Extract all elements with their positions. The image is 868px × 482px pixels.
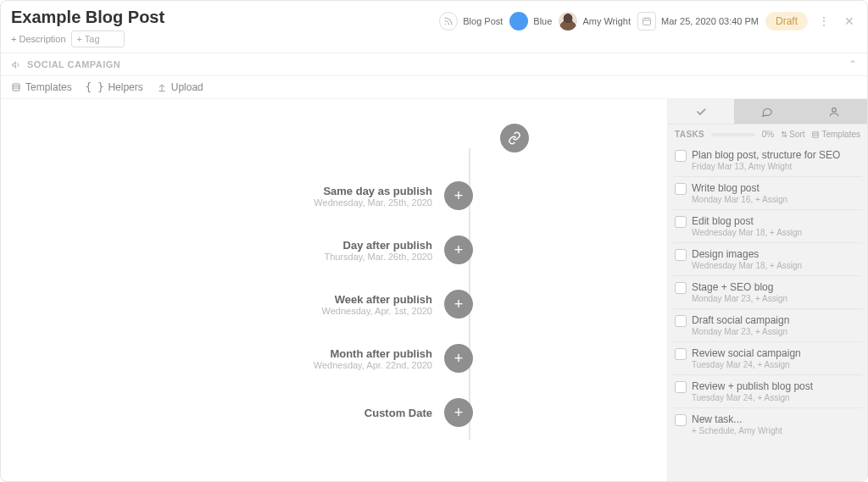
task-meta: Tuesday Mar 24, + Assign — [692, 360, 860, 369]
timeline-node-title: Day after publish — [139, 239, 432, 252]
editor-toolbar: Templates { } Helpers Upload — [1, 76, 867, 99]
avatar-icon — [559, 12, 577, 30]
add-description-link[interactable]: + Description — [11, 34, 66, 44]
task-name: Draft social campaign — [692, 314, 789, 326]
chevron-up-icon[interactable]: ⌃ — [849, 58, 857, 70]
svg-rect-2 — [13, 84, 19, 91]
task-item[interactable]: Plan blog post, structure for SEOFriday … — [673, 146, 862, 177]
task-name: Edit blog post — [692, 215, 754, 227]
page-title[interactable]: Example Blog Post — [11, 8, 164, 27]
templates-button[interactable]: Templates — [11, 81, 72, 93]
task-checkbox[interactable] — [675, 216, 687, 228]
datetime-pill[interactable]: Mar 25, 2020 03:40 PM — [637, 11, 759, 31]
task-checkbox[interactable] — [675, 282, 687, 294]
templates-button-side[interactable]: Templates — [811, 130, 860, 139]
timeline-node-title: Same day as publish — [139, 185, 432, 197]
task-item[interactable]: Draft social campaignMonday Mar 23, + As… — [673, 311, 862, 342]
svg-rect-4 — [813, 131, 819, 137]
task-name: Review social campaign — [692, 347, 801, 359]
timeline-node-date: Wednesday, Apr. 22nd, 2020 — [139, 360, 432, 370]
task-name: Review + publish blog post — [692, 380, 813, 392]
task-meta: Monday Mar 23, + Assign — [692, 327, 860, 336]
task-meta: Tuesday Mar 24, + Assign — [692, 393, 860, 402]
add-post-button[interactable]: + — [444, 344, 473, 373]
tab-tasks[interactable] — [668, 99, 734, 124]
svg-point-3 — [832, 108, 836, 112]
content-type-label: Blog Post — [463, 16, 503, 26]
task-panel: TASKS 0% ⇅ Sort Templates Plan blog post… — [668, 99, 867, 482]
color-pill[interactable]: Blue — [509, 11, 552, 31]
tasks-label: TASKS — [675, 130, 704, 139]
section-title: SOCIAL CAMPAIGN — [27, 59, 120, 69]
task-item[interactable]: Review social campaignTuesday Mar 24, + … — [673, 344, 862, 375]
timeline-node: Same day as publishWednesday, Mar. 25th,… — [139, 169, 529, 223]
task-item[interactable]: Write blog postMonday Mar 16, + Assign — [673, 179, 862, 210]
timeline-node-date: Wednesday, Apr. 1st, 2020 — [139, 306, 432, 316]
task-checkbox[interactable] — [675, 249, 687, 261]
timeline-node: Month after publishWednesday, Apr. 22nd,… — [139, 331, 529, 385]
timeline-node-title: Custom Date — [139, 407, 432, 419]
owner-name: Amy Wright — [582, 16, 631, 26]
tab-people[interactable] — [801, 99, 867, 124]
task-meta: Wednesday Mar 18, + Assign — [692, 228, 860, 237]
color-dot-icon — [509, 12, 528, 30]
page-header: Example Blog Post + Description + Tag Bl… — [1, 1, 867, 53]
timeline-node-title: Month after publish — [139, 347, 432, 360]
new-task-placeholder: New task... — [692, 413, 742, 425]
sort-icon: ⇅ — [781, 130, 787, 139]
task-checkbox[interactable] — [675, 348, 687, 360]
content-type-pill[interactable]: Blog Post — [439, 11, 503, 31]
upload-button[interactable]: Upload — [157, 81, 203, 93]
task-meta: Friday Mar 13, Amy Wright — [692, 162, 860, 171]
close-icon[interactable]: ✕ — [840, 12, 859, 30]
task-checkbox[interactable] — [675, 315, 687, 327]
tag-input[interactable]: + Tag — [71, 30, 125, 47]
datetime-label: Mar 25, 2020 03:40 PM — [661, 16, 759, 26]
timeline-node: Day after publishThursday, Mar. 26th, 20… — [139, 223, 529, 277]
timeline-node-label: Same day as publishWednesday, Mar. 25th,… — [139, 185, 444, 208]
calendar-icon — [637, 12, 656, 30]
add-post-button[interactable]: + — [444, 398, 473, 427]
timeline-node-date: Wednesday, Mar. 25th, 2020 — [139, 197, 432, 208]
new-task-row[interactable]: New task...+ Schedule, Amy Wright — [673, 410, 862, 440]
link-icon[interactable] — [500, 124, 529, 152]
task-checkbox[interactable] — [675, 381, 687, 393]
task-item[interactable]: Design imagesWednesday Mar 18, + Assign — [673, 245, 862, 276]
task-meta: Wednesday Mar 18, + Assign — [692, 261, 860, 270]
timeline-node-label: Day after publishThursday, Mar. 26th, 20… — [139, 239, 444, 262]
svg-point-0 — [445, 24, 447, 25]
add-post-button[interactable]: + — [444, 181, 473, 210]
tab-comments[interactable] — [734, 99, 800, 124]
status-badge[interactable]: Draft — [765, 12, 808, 30]
sort-button[interactable]: ⇅ Sort — [781, 130, 804, 139]
timeline-node-label: Month after publishWednesday, Apr. 22nd,… — [139, 347, 444, 370]
task-meta: + Schedule, Amy Wright — [692, 426, 860, 435]
timeline-node-title: Week after publish — [139, 293, 432, 306]
timeline-node-label: Custom Date — [139, 407, 444, 419]
more-icon[interactable]: ⋮ — [815, 12, 833, 30]
color-label: Blue — [533, 16, 552, 26]
task-name: Stage + SEO blog — [692, 281, 773, 293]
task-checkbox[interactable] — [675, 150, 687, 162]
svg-rect-1 — [643, 19, 651, 25]
task-meta: Monday Mar 23, + Assign — [692, 294, 860, 303]
rss-icon — [439, 12, 458, 30]
braces-icon: { } — [86, 81, 104, 93]
schedule-timeline: Same day as publishWednesday, Mar. 25th,… — [139, 118, 529, 440]
task-checkbox[interactable] — [675, 414, 687, 426]
tasks-progress-pct: 0% — [762, 130, 774, 139]
section-bar: SOCIAL CAMPAIGN ⌃ — [1, 53, 867, 76]
task-name: Design images — [692, 248, 759, 260]
timeline-node: Custom Date+ — [139, 385, 529, 440]
task-item[interactable]: Stage + SEO blogMonday Mar 23, + Assign — [673, 278, 862, 309]
task-name: Plan blog post, structure for SEO — [692, 149, 840, 161]
task-item[interactable]: Edit blog postWednesday Mar 18, + Assign — [673, 212, 862, 243]
helpers-button[interactable]: { } Helpers — [86, 81, 143, 93]
owner-pill[interactable]: Amy Wright — [559, 11, 631, 31]
add-post-button[interactable]: + — [444, 235, 473, 264]
task-item[interactable]: Review + publish blog postTuesday Mar 24… — [673, 377, 862, 408]
task-name: Write blog post — [692, 182, 760, 194]
task-checkbox[interactable] — [675, 183, 687, 195]
add-post-button[interactable]: + — [444, 290, 473, 319]
campaign-canvas: Same day as publishWednesday, Mar. 25th,… — [1, 99, 668, 482]
